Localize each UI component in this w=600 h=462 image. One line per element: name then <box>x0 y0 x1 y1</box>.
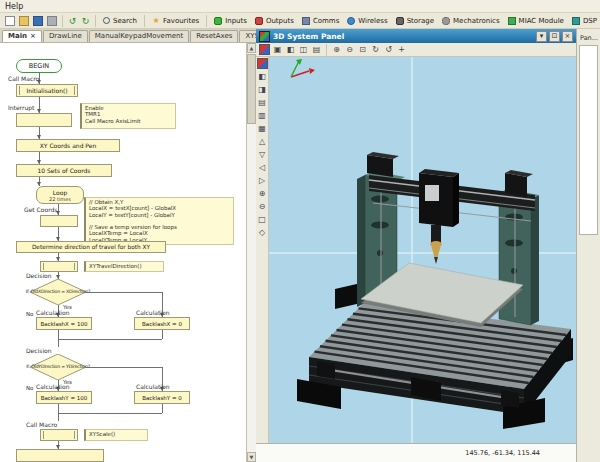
toolbar-button-mechatronics[interactable]: Mechatronics <box>438 16 504 26</box>
view-wireframe-icon[interactable]: ◫ <box>297 44 310 56</box>
collapsed-panel-strip[interactable]: Pan... <box>576 29 600 462</box>
pan-icon[interactable]: + <box>395 44 408 56</box>
view-tool-icon[interactable]: ▥ <box>256 109 268 122</box>
flow-connector <box>86 292 162 293</box>
zoom-in-icon[interactable]: ⊕ <box>256 187 268 200</box>
flow-calc-backlashx-0[interactable]: BacklashX = 0 <box>134 317 190 330</box>
panel-menu-icon[interactable]: ▾ <box>536 31 547 42</box>
toolbar-button-inputs[interactable]: Inputs <box>210 16 251 26</box>
print-icon[interactable] <box>47 16 57 26</box>
flow-calculation-get-coords[interactable] <box>40 215 78 227</box>
comms-icon <box>302 17 310 25</box>
toolbar-button-miac-module[interactable]: MIAC Module <box>504 16 568 26</box>
tab-manualkeypadmovement[interactable]: ManualKeypadMovement <box>89 30 189 42</box>
toolbar-button-outputs[interactable]: Outputs <box>251 16 298 26</box>
save-icon[interactable] <box>33 16 43 26</box>
3d-panel-titlebar[interactable]: 3D System Panel ▾ ⊡ × <box>256 29 576 43</box>
flow-comment-direction[interactable]: Determine direction of travel for both X… <box>16 241 166 253</box>
flow-calc-backlashx-100[interactable]: BacklashX = 100 <box>36 317 92 330</box>
shape-label: Decision <box>26 347 52 354</box>
3d-machine-model[interactable] <box>269 57 576 443</box>
view-solid-icon[interactable]: ▣ <box>271 44 284 56</box>
zoom-in-icon[interactable]: ⊕ <box>330 44 343 56</box>
flow-interrupt[interactable] <box>16 113 72 127</box>
tab-main[interactable]: Main × <box>2 30 42 42</box>
decision-condition: If: OldYDirection = YDirection? <box>22 364 94 369</box>
zoom-out-icon[interactable]: ⊖ <box>256 200 268 213</box>
flow-calc-backlashy-100[interactable]: BacklashY = 100 <box>36 391 92 404</box>
toolbar-separator <box>144 15 145 27</box>
toolbar-button-storage[interactable]: Storage <box>392 16 438 26</box>
3d-status-bar: 145.76, -61.34, 115.44 <box>256 443 576 462</box>
flow-calc-backlashy-0[interactable]: BacklashY = 0 <box>134 391 190 404</box>
flow-connector <box>86 367 162 368</box>
scroll-down-icon[interactable]: ▼ <box>247 452 256 462</box>
tab-resetaxes[interactable]: ResetAxes <box>190 30 238 42</box>
toolbar-button-search[interactable]: Search <box>99 16 141 26</box>
open-file-icon[interactable] <box>19 16 29 26</box>
view-tool-icon[interactable]: ▷ <box>256 174 268 187</box>
toolbar-button-wireless[interactable]: Wireless <box>343 16 391 26</box>
flow-connector <box>58 339 162 340</box>
storage-icon <box>396 17 404 25</box>
shape-label: Decision <box>26 272 52 279</box>
redo-icon[interactable] <box>80 15 91 26</box>
tab-drawline[interactable]: DrawLine <box>43 30 88 42</box>
view-grid-icon[interactable]: ▤ <box>310 44 323 56</box>
flowchart-vertical-scrollbar[interactable]: ▲ ▼ <box>246 43 256 462</box>
view-tool-icon[interactable]: ◨ <box>256 83 268 96</box>
flow-loop[interactable]: Loop 22 times <box>36 186 84 204</box>
view-tool-icon[interactable]: ▤ <box>256 96 268 109</box>
flow-begin[interactable]: BEGIN <box>16 59 62 73</box>
undo-icon[interactable] <box>67 15 78 26</box>
collapsed-panel-title[interactable]: Pan... <box>580 34 600 42</box>
toolbar-button-comms[interactable]: Comms <box>298 16 343 26</box>
color-mode-icon[interactable] <box>258 44 271 56</box>
new-file-icon[interactable] <box>5 16 15 26</box>
flow-comment-sets[interactable]: 10 Sets of Coords <box>16 164 112 177</box>
rotate-cw-icon[interactable]: ↻ <box>369 44 382 56</box>
3d-panel-title: 3D System Panel <box>273 32 534 41</box>
scrollbar-thumb[interactable] <box>247 54 256 124</box>
tab-close-icon[interactable]: × <box>30 32 36 40</box>
panel-close-icon[interactable]: × <box>562 31 573 42</box>
flowchart-canvas[interactable]: BEGIN Call Macro Initialisation() Interr… <box>0 43 246 462</box>
flow-call-macro-initialisation[interactable]: Initialisation() <box>16 84 78 97</box>
decision-condition: If: OldXDirection = XDirection? <box>22 289 94 294</box>
shape-label: Calculation <box>136 383 169 390</box>
menu-help[interactable]: Help <box>5 2 23 11</box>
flowcode-window: Help Search Favourites Inputs Outputs Co… <box>0 0 600 462</box>
toolbar-button-dsp[interactable]: DSP <box>568 16 600 26</box>
macro-tab-bar: Main × DrawLine ManualKeypadMovement Res… <box>0 29 256 43</box>
3d-viewport[interactable] <box>269 57 576 443</box>
wireless-icon <box>347 17 355 25</box>
flow-call-macro-travel[interactable] <box>40 261 78 272</box>
color-mode-icon[interactable] <box>256 57 268 70</box>
view-tool-icon[interactable]: □ <box>256 213 268 226</box>
toolbar-button-favourites[interactable]: Favourites <box>148 16 203 26</box>
zoom-fit-icon[interactable]: ⊡ <box>356 44 369 56</box>
view-tool-icon[interactable]: ◇ <box>256 226 268 239</box>
scroll-up-icon[interactable]: ▲ <box>247 43 256 53</box>
view-tool-icon[interactable]: ◧ <box>256 70 268 83</box>
panel-maximize-icon[interactable]: ⊡ <box>549 31 560 42</box>
view-shaded-icon[interactable]: ◧ <box>284 44 297 56</box>
rotate-ccw-icon[interactable]: ↺ <box>382 44 395 56</box>
view-tool-icon[interactable]: ▽ <box>256 148 268 161</box>
module-icon <box>508 17 516 25</box>
zoom-out-icon[interactable]: ⊖ <box>343 44 356 56</box>
interrupt-properties: Enable TMR1 Call Macro AxisLimit <box>80 103 176 129</box>
flow-connector <box>58 413 162 414</box>
toolbar-separator <box>326 44 327 56</box>
search-icon <box>103 17 110 24</box>
view-tool-icon[interactable]: ▦ <box>256 122 268 135</box>
flow-comment-xy-coords[interactable]: XY Coords and Pen <box>16 139 120 152</box>
flow-comment-partial[interactable] <box>16 449 104 462</box>
no-label: No <box>26 311 33 317</box>
menu-bar: Help <box>0 0 600 13</box>
view-tool-icon[interactable]: ◁ <box>256 161 268 174</box>
toolbar-separator <box>62 15 63 27</box>
view-tool-icon[interactable]: △ <box>256 135 268 148</box>
flow-call-macro-xyscale[interactable] <box>40 429 78 441</box>
toolbar-separator <box>95 15 96 27</box>
